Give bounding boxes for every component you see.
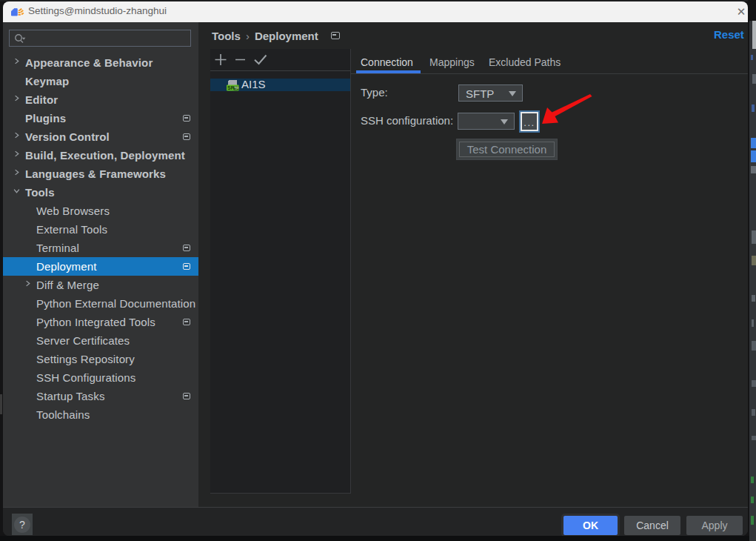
svg-text:TP: TP: [234, 87, 238, 90]
